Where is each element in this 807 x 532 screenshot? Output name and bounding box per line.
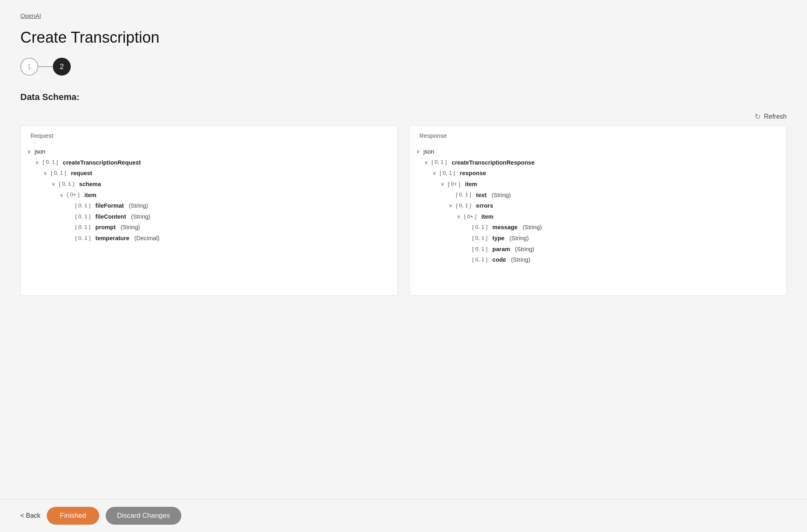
step-2-number: 2 <box>60 63 64 71</box>
refresh-label: Refresh <box>764 113 787 120</box>
request-tree: ∨json∨[ 0, 1 ] createTranscriptionReques… <box>21 142 398 248</box>
field-type: (String) <box>509 233 529 243</box>
tree-row: ∨[ 0+ ] item <box>27 190 391 201</box>
chevron-icon[interactable]: ∨ <box>457 213 463 221</box>
chevron-icon[interactable]: ∨ <box>35 159 41 167</box>
bracket: [ 0+ ] <box>67 190 79 200</box>
bottom-bar: < Back Finished Discard Changes <box>0 499 807 532</box>
field-name: item <box>465 179 477 189</box>
field-type: (String) <box>131 212 150 222</box>
field-type: (String) <box>121 222 140 232</box>
bracket: [ 0, 1 ] <box>456 201 472 211</box>
bracket: [ 0, 1 ] <box>51 169 66 178</box>
tree-row: ∨json <box>27 146 391 157</box>
tree-row: [ 0, 1 ] param (String) <box>416 244 780 255</box>
tree-row: ∨json <box>416 146 780 157</box>
tree-row: [ 0, 1 ] type (String) <box>416 233 780 244</box>
bracket: [ 0, 1 ] <box>472 245 488 254</box>
tree-row: [ 0, 1 ] fileContent (String) <box>27 211 391 222</box>
field-name: schema <box>79 179 101 189</box>
field-name: prompt <box>96 222 116 232</box>
tree-row: [ 0, 1 ] prompt (String) <box>27 222 391 233</box>
field-name: errors <box>476 201 493 211</box>
breadcrumb-link[interactable]: OpenAI <box>20 12 41 19</box>
field-name: message <box>492 222 518 232</box>
bracket: [ 0, 1 ] <box>472 234 488 243</box>
bracket: [ 0, 1 ] <box>59 180 74 189</box>
tree-row: ∨[ 0, 1 ] errors <box>416 200 780 211</box>
bracket: [ 0, 1 ] <box>43 158 58 167</box>
tree-row: [ 0, 1 ] code (String) <box>416 254 780 265</box>
field-name: code <box>492 255 506 265</box>
bracket: [ 0, 1 ] <box>456 190 472 200</box>
chevron-icon[interactable]: ∨ <box>433 169 438 177</box>
finished-button[interactable]: Finished <box>47 507 99 525</box>
chevron-icon[interactable]: ∨ <box>60 191 65 199</box>
field-type: (String) <box>515 244 535 254</box>
step-connector <box>38 66 53 67</box>
response-panel-label: Response <box>410 126 787 142</box>
field-name: temperature <box>96 233 130 243</box>
step-1-number: 1 <box>27 63 31 71</box>
step-2[interactable]: 2 <box>53 58 71 76</box>
data-schema-label: Data Schema: <box>20 92 787 102</box>
bracket: [ 0, 1 ] <box>440 169 455 178</box>
tree-row: [ 0, 1 ] temperature (Decimal) <box>27 233 391 244</box>
field-name: response <box>460 168 486 178</box>
step-1[interactable]: 1 <box>20 58 38 76</box>
field-name: createTranscriptionResponse <box>452 158 535 168</box>
bracket: [ 0, 1 ] <box>472 223 488 232</box>
field-name: param <box>492 244 510 254</box>
field-name: json <box>35 147 46 157</box>
discard-button[interactable]: Discard Changes <box>106 507 181 525</box>
tree-row: [ 0, 1 ] message (String) <box>416 222 780 233</box>
bracket: [ 0, 1 ] <box>75 234 91 243</box>
field-type: (String) <box>522 222 542 232</box>
tree-row: ∨[ 0, 1 ] createTranscriptionRequest <box>27 157 391 168</box>
field-type: (String) <box>511 255 531 265</box>
bracket: [ 0, 1 ] <box>472 255 488 265</box>
tree-row: ∨[ 0, 1 ] createTranscriptionResponse <box>416 157 780 168</box>
field-type: (String) <box>492 190 511 200</box>
request-panel-label: Request <box>21 126 398 142</box>
chevron-icon[interactable]: ∨ <box>449 202 455 210</box>
chevron-icon[interactable]: ∨ <box>424 159 430 167</box>
bracket: [ 0+ ] <box>464 212 476 221</box>
tree-row: ∨[ 0+ ] item <box>416 179 780 190</box>
tree-row: ∨[ 0, 1 ] request <box>27 168 391 179</box>
back-button[interactable]: < Back <box>20 512 40 519</box>
chevron-icon[interactable]: ∨ <box>52 180 57 188</box>
page-wrapper: OpenAI Create Transcription 1 2 Data Sch… <box>0 0 807 532</box>
field-type: (Decimal) <box>134 233 159 243</box>
tree-row: [ 0, 1 ] text (String) <box>416 190 780 201</box>
field-name: fileFormat <box>96 201 124 211</box>
field-name: fileContent <box>96 212 126 222</box>
chevron-icon[interactable]: ∨ <box>441 180 446 188</box>
bracket: [ 0, 1 ] <box>432 158 447 167</box>
page-title: Create Transcription <box>20 29 787 46</box>
field-type: (String) <box>129 201 148 211</box>
response-tree: ∨json∨[ 0, 1 ] createTranscriptionRespon… <box>410 142 787 269</box>
tree-row: ∨[ 0, 1 ] response <box>416 168 780 179</box>
schema-panels: Request ∨json∨[ 0, 1 ] createTranscripti… <box>20 125 787 296</box>
bracket: [ 0, 1 ] <box>75 212 91 221</box>
bracket: [ 0, 1 ] <box>75 201 91 211</box>
stepper: 1 2 <box>20 58 787 76</box>
tree-row: [ 0, 1 ] fileFormat (String) <box>27 200 391 211</box>
bracket: [ 0, 1 ] <box>75 223 91 232</box>
field-name: createTranscriptionRequest <box>63 158 141 168</box>
field-name: item <box>481 212 494 222</box>
field-name: item <box>84 190 96 200</box>
chevron-icon[interactable]: ∨ <box>44 169 49 177</box>
chevron-icon[interactable]: ∨ <box>416 148 422 156</box>
request-panel: Request ∨json∨[ 0, 1 ] createTranscripti… <box>20 125 398 296</box>
refresh-icon: ↻ <box>755 112 761 121</box>
refresh-button[interactable]: ↻ Refresh <box>755 112 787 121</box>
field-name: type <box>492 233 505 243</box>
field-name: text <box>476 190 487 200</box>
field-name: json <box>424 147 435 157</box>
chevron-icon[interactable]: ∨ <box>27 148 33 156</box>
bracket: [ 0+ ] <box>448 180 460 189</box>
tree-row: ∨[ 0+ ] item <box>416 211 780 222</box>
response-panel: Response ∨json∨[ 0, 1 ] createTranscript… <box>409 125 787 296</box>
